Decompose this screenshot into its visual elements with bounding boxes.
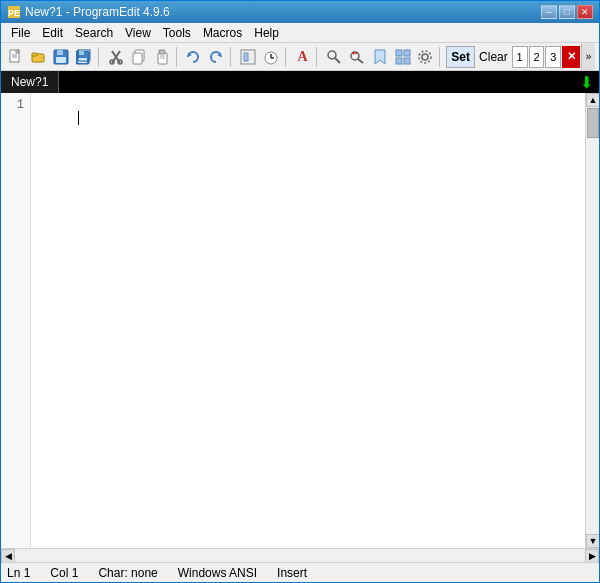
menu-tools[interactable]: Tools [157,25,197,41]
status-format: Windows ANSI [178,566,257,580]
copy-button[interactable] [128,46,150,68]
scroll-left-button[interactable]: ◀ [1,549,15,563]
toolbar-sep-6 [439,47,443,67]
menu-help[interactable]: Help [248,25,285,41]
svg-marker-39 [375,50,385,64]
undo-button[interactable] [183,46,205,68]
menu-macros[interactable]: Macros [197,25,248,41]
tab-new1[interactable]: New?1 [1,71,59,93]
scroll-up-button[interactable]: ▲ [586,93,599,107]
minimize-button[interactable]: – [541,5,557,19]
toolbar: A Set Clear 1 2 3 ✕ » [1,43,599,71]
svg-point-33 [328,51,336,59]
line-num-1: 1 [1,97,30,113]
paste-button[interactable] [151,46,173,68]
editor-content[interactable] [31,93,585,548]
new-button[interactable] [5,46,27,68]
menu-file[interactable]: File [5,25,36,41]
svg-rect-11 [79,51,84,55]
scroll-track-h[interactable] [15,550,585,562]
svg-line-34 [335,58,340,63]
menu-view[interactable]: View [119,25,157,41]
title-text: New?1 - ProgramEdit 4.9.6 [25,5,541,19]
svg-rect-40 [396,50,402,56]
svg-rect-8 [57,50,63,55]
editor-area: 1 ▲ ▼ [1,93,599,548]
svg-rect-42 [396,58,402,64]
scroll-down-button[interactable]: ▼ [586,534,599,548]
svg-text:PE: PE [8,8,20,18]
svg-point-45 [419,51,431,63]
app-icon: PE [7,5,21,19]
status-line: Ln 1 [7,566,30,580]
bookmark-1-button[interactable]: 1 [512,46,528,68]
download-icon: ⬇ [580,73,593,92]
stop-button[interactable]: ✕ [562,46,580,68]
scroll-track-v[interactable] [586,107,599,534]
clear-button[interactable]: Clear [476,46,511,68]
menu-bar: File Edit Search View Tools Macros Help [1,23,599,43]
scroll-right-button[interactable]: ▶ [585,549,599,563]
svg-rect-21 [159,50,165,54]
save-all-button[interactable] [73,46,95,68]
line-numbers: 1 [1,93,31,548]
grid-button[interactable] [392,46,414,68]
svg-line-36 [358,59,363,63]
cursor [78,111,79,125]
find-button[interactable] [323,46,345,68]
title-bar: PE New?1 - ProgramEdit 4.9.6 – □ ✕ [1,1,599,23]
cut-button[interactable] [105,46,127,68]
font-button[interactable]: A [292,46,314,68]
scroll-thumb-v[interactable] [587,108,599,138]
close-button[interactable]: ✕ [577,5,593,19]
svg-rect-41 [404,50,410,56]
status-bar: Ln 1 Col 1 Char: none Windows ANSI Inser… [1,562,599,582]
svg-rect-9 [56,57,66,63]
save-button[interactable] [51,46,73,68]
find-prev-button[interactable] [346,46,368,68]
window-controls: – □ ✕ [541,5,593,19]
tab-bar-right: ⬇ [580,71,599,93]
svg-rect-43 [404,58,410,64]
status-col: Col 1 [50,566,78,580]
svg-marker-38 [352,51,354,55]
toolbar-sep-3 [230,47,234,67]
open-button[interactable] [28,46,50,68]
horizontal-scrollbar[interactable]: ◀ ▶ [1,548,599,562]
svg-point-44 [422,54,428,60]
bookmark-button[interactable] [369,46,391,68]
toolbar-more-button[interactable]: » [581,43,595,71]
time-button[interactable] [260,46,282,68]
svg-rect-6 [32,53,37,56]
toolbar-sep-4 [285,47,289,67]
toolbar-sep-2 [176,47,180,67]
settings-button[interactable] [415,46,437,68]
tab-bar: New?1 ⬇ [1,71,599,93]
toolbar-sep-5 [316,47,320,67]
maximize-button[interactable]: □ [559,5,575,19]
svg-rect-19 [133,53,142,64]
status-char: Char: none [98,566,157,580]
bookmark-3-button[interactable]: 3 [545,46,561,68]
menu-edit[interactable]: Edit [36,25,69,41]
redo-button[interactable] [205,46,227,68]
status-mode: Insert [277,566,307,580]
set-button[interactable]: Set [446,46,475,68]
menu-search[interactable]: Search [69,25,119,41]
toolbar-sep-1 [98,47,102,67]
col-sel-button[interactable] [237,46,259,68]
bookmark-2-button[interactable]: 2 [529,46,545,68]
vertical-scrollbar[interactable]: ▲ ▼ [585,93,599,548]
main-window: PE New?1 - ProgramEdit 4.9.6 – □ ✕ File … [0,0,600,583]
